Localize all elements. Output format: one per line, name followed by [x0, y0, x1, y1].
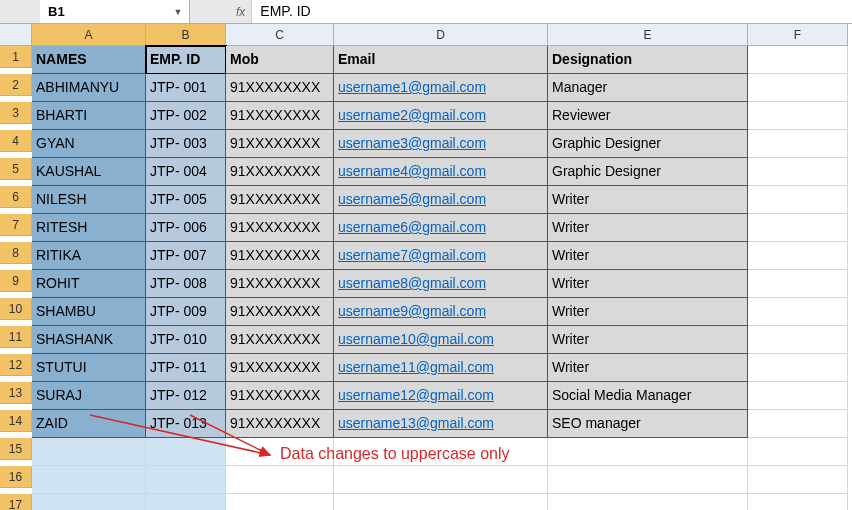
- cell-D13[interactable]: username12@gmail.com: [334, 382, 548, 410]
- row-head-3[interactable]: 3: [0, 102, 32, 124]
- row-head-4[interactable]: 4: [0, 130, 32, 152]
- cell-E8[interactable]: Writer: [548, 242, 748, 270]
- cell-F2[interactable]: [748, 74, 848, 102]
- row-head-9[interactable]: 9: [0, 270, 32, 292]
- cell-C12[interactable]: 91XXXXXXXX: [226, 354, 334, 382]
- cell-B10[interactable]: JTP- 009: [146, 298, 226, 326]
- cell-D11[interactable]: username10@gmail.com: [334, 326, 548, 354]
- cell-E12[interactable]: Writer: [548, 354, 748, 382]
- cell-E14[interactable]: SEO manager: [548, 410, 748, 438]
- row-head-16[interactable]: 16: [0, 466, 32, 488]
- col-head-A[interactable]: A: [32, 24, 146, 46]
- cell-C7[interactable]: 91XXXXXXXX: [226, 214, 334, 242]
- cell-F9[interactable]: [748, 270, 848, 298]
- cell-B7[interactable]: JTP- 006: [146, 214, 226, 242]
- cell-B9[interactable]: JTP- 008: [146, 270, 226, 298]
- cell-C4[interactable]: 91XXXXXXXX: [226, 130, 334, 158]
- cell-D3[interactable]: username2@gmail.com: [334, 102, 548, 130]
- cell-D9[interactable]: username8@gmail.com: [334, 270, 548, 298]
- cell-A3[interactable]: BHARTI: [32, 102, 146, 130]
- cell-D16[interactable]: [334, 466, 548, 494]
- cell-A17[interactable]: [32, 494, 146, 510]
- cell-C2[interactable]: 91XXXXXXXX: [226, 74, 334, 102]
- cell-A8[interactable]: RITIKA: [32, 242, 146, 270]
- cell-E9[interactable]: Writer: [548, 270, 748, 298]
- cell-F14[interactable]: [748, 410, 848, 438]
- cell-B13[interactable]: JTP- 012: [146, 382, 226, 410]
- cell-F1[interactable]: [748, 46, 848, 74]
- cell-F4[interactable]: [748, 130, 848, 158]
- row-head-5[interactable]: 5: [0, 158, 32, 180]
- cell-D8[interactable]: username7@gmail.com: [334, 242, 548, 270]
- cell-D10[interactable]: username9@gmail.com: [334, 298, 548, 326]
- cell-C10[interactable]: 91XXXXXXXX: [226, 298, 334, 326]
- cell-F15[interactable]: [748, 438, 848, 466]
- col-head-F[interactable]: F: [748, 24, 848, 46]
- cell-B16[interactable]: [146, 466, 226, 494]
- cell-A15[interactable]: [32, 438, 146, 466]
- cell-C6[interactable]: 91XXXXXXXX: [226, 186, 334, 214]
- cell-E3[interactable]: Reviewer: [548, 102, 748, 130]
- cell-F8[interactable]: [748, 242, 848, 270]
- cell-E13[interactable]: Social Media Manager: [548, 382, 748, 410]
- cell-A16[interactable]: [32, 466, 146, 494]
- row-head-8[interactable]: 8: [0, 242, 32, 264]
- cell-A2[interactable]: ABHIMANYU: [32, 74, 146, 102]
- cell-A1[interactable]: NAMES: [32, 46, 146, 74]
- formula-input[interactable]: EMP. ID: [251, 0, 852, 23]
- spreadsheet-grid[interactable]: A B C D E F 1 NAMES EMP. ID Mob Email De…: [0, 24, 852, 510]
- cell-E4[interactable]: Graphic Designer: [548, 130, 748, 158]
- cell-B11[interactable]: JTP- 010: [146, 326, 226, 354]
- cell-B6[interactable]: JTP- 005: [146, 186, 226, 214]
- cell-D2[interactable]: username1@gmail.com: [334, 74, 548, 102]
- cell-D5[interactable]: username4@gmail.com: [334, 158, 548, 186]
- col-head-E[interactable]: E: [548, 24, 748, 46]
- cell-C3[interactable]: 91XXXXXXXX: [226, 102, 334, 130]
- cell-D17[interactable]: [334, 494, 548, 510]
- cell-B14[interactable]: JTP- 013: [146, 410, 226, 438]
- cell-E6[interactable]: Writer: [548, 186, 748, 214]
- cell-E11[interactable]: Writer: [548, 326, 748, 354]
- cell-A7[interactable]: RITESH: [32, 214, 146, 242]
- cell-B5[interactable]: JTP- 004: [146, 158, 226, 186]
- select-all-corner[interactable]: [0, 24, 32, 46]
- cell-A6[interactable]: NILESH: [32, 186, 146, 214]
- cell-C11[interactable]: 91XXXXXXXX: [226, 326, 334, 354]
- cell-D7[interactable]: username6@gmail.com: [334, 214, 548, 242]
- cell-E10[interactable]: Writer: [548, 298, 748, 326]
- cell-A13[interactable]: SURAJ: [32, 382, 146, 410]
- cell-B12[interactable]: JTP- 011: [146, 354, 226, 382]
- cell-E16[interactable]: [548, 466, 748, 494]
- cell-F7[interactable]: [748, 214, 848, 242]
- row-head-2[interactable]: 2: [0, 74, 32, 96]
- row-head-10[interactable]: 10: [0, 298, 32, 320]
- cell-C1[interactable]: Mob: [226, 46, 334, 74]
- cell-C9[interactable]: 91XXXXXXXX: [226, 270, 334, 298]
- cell-F3[interactable]: [748, 102, 848, 130]
- cell-A14[interactable]: ZAID: [32, 410, 146, 438]
- cell-A11[interactable]: SHASHANK: [32, 326, 146, 354]
- cell-D1[interactable]: Email: [334, 46, 548, 74]
- cell-D6[interactable]: username5@gmail.com: [334, 186, 548, 214]
- cell-F10[interactable]: [748, 298, 848, 326]
- col-head-B[interactable]: B: [146, 24, 226, 46]
- cell-E5[interactable]: Graphic Designer: [548, 158, 748, 186]
- cell-F12[interactable]: [748, 354, 848, 382]
- cell-A4[interactable]: GYAN: [32, 130, 146, 158]
- cell-D12[interactable]: username11@gmail.com: [334, 354, 548, 382]
- cell-C17[interactable]: [226, 494, 334, 510]
- cell-E15[interactable]: [548, 438, 748, 466]
- row-head-12[interactable]: 12: [0, 354, 32, 376]
- row-head-7[interactable]: 7: [0, 214, 32, 236]
- cell-E7[interactable]: Writer: [548, 214, 748, 242]
- fx-icon[interactable]: fx: [230, 5, 251, 19]
- cell-F16[interactable]: [748, 466, 848, 494]
- cell-E2[interactable]: Manager: [548, 74, 748, 102]
- cell-B3[interactable]: JTP- 002: [146, 102, 226, 130]
- cell-B15[interactable]: [146, 438, 226, 466]
- cell-F13[interactable]: [748, 382, 848, 410]
- cell-C14[interactable]: 91XXXXXXXX: [226, 410, 334, 438]
- cell-C5[interactable]: 91XXXXXXXX: [226, 158, 334, 186]
- row-head-17[interactable]: 17: [0, 494, 32, 510]
- row-head-11[interactable]: 11: [0, 326, 32, 348]
